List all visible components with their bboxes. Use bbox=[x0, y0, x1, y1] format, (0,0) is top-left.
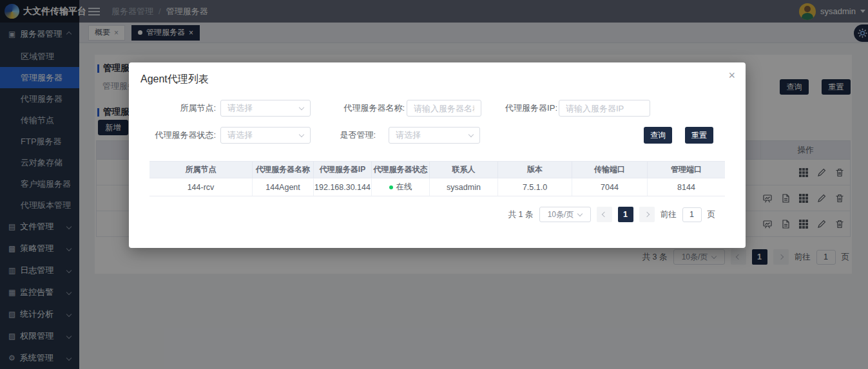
column-header: 代理服务器IP bbox=[314, 162, 372, 178]
managed-select[interactable]: 请选择 bbox=[389, 127, 480, 144]
page-unit: 页 bbox=[708, 209, 716, 220]
node-label: 所属节点: bbox=[129, 100, 216, 117]
column-header: 版本 bbox=[498, 162, 572, 178]
transport-port-cell: 7044 bbox=[572, 178, 648, 196]
server-status-label: 代理服务器状态: bbox=[129, 127, 216, 144]
column-header: 管理端口 bbox=[648, 162, 725, 178]
modal-reset-button[interactable]: 重置 bbox=[685, 127, 713, 144]
chevron-down-icon bbox=[577, 211, 583, 216]
ip-cell: 192.168.30.144 bbox=[314, 178, 372, 196]
goto-label: 前往 bbox=[661, 209, 677, 220]
agent-table: 所属节点 代理服务器名称 代理服务器IP 代理服务器状态 联系人 版本 传输端口… bbox=[149, 161, 725, 196]
column-header: 传输端口 bbox=[572, 162, 648, 178]
goto-page-input[interactable] bbox=[682, 207, 702, 222]
table-row: 144-rcv 144Agent 192.168.30.144 在线 sysad… bbox=[149, 178, 725, 196]
close-icon[interactable]: × bbox=[728, 69, 735, 82]
dialog-title: Agent代理列表 bbox=[140, 73, 209, 86]
node-cell: 144-rcv bbox=[149, 178, 253, 196]
contact-cell: sysadmin bbox=[430, 178, 498, 196]
server-ip-label: 代理服务器IP: bbox=[467, 100, 557, 117]
online-status-dot bbox=[389, 185, 393, 189]
server-ip-input[interactable] bbox=[559, 100, 650, 117]
mgmt-port-cell: 8144 bbox=[648, 178, 725, 196]
version-cell: 7.5.1.0 bbox=[498, 178, 572, 196]
prev-page-button[interactable] bbox=[597, 207, 612, 222]
page-size-select[interactable]: 10条/页 bbox=[539, 207, 591, 222]
next-page-button[interactable] bbox=[639, 207, 655, 222]
status-cell: 在线 bbox=[372, 178, 430, 196]
column-header: 代理服务器名称 bbox=[253, 162, 314, 178]
name-cell: 144Agent bbox=[253, 178, 314, 196]
chevron-down-icon bbox=[299, 132, 304, 137]
table-header-row: 所属节点 代理服务器名称 代理服务器IP 代理服务器状态 联系人 版本 传输端口… bbox=[149, 161, 725, 178]
chevron-down-icon bbox=[468, 132, 474, 137]
page-number-button[interactable]: 1 bbox=[618, 207, 633, 222]
column-header: 所属节点 bbox=[149, 162, 253, 178]
app-screen: 大文件传输平台 服务器管理 / 管理服务器 sysadmin ▣ 服务器管理 区… bbox=[0, 0, 868, 369]
server-name-label: 代理服务器名称: bbox=[296, 100, 405, 117]
modal-pagination: 共 1 条 10条/页 1 前往 页 bbox=[508, 207, 715, 222]
total-count: 共 1 条 bbox=[508, 209, 534, 220]
agent-list-dialog: Agent代理列表 × 所属节点: 请选择 代理服务器名称: 代理服务器IP: … bbox=[129, 62, 746, 248]
column-header: 代理服务器状态 bbox=[372, 162, 430, 178]
modal-query-button[interactable]: 查询 bbox=[644, 127, 672, 144]
column-header: 联系人 bbox=[430, 162, 498, 178]
server-status-select[interactable]: 请选择 bbox=[220, 127, 311, 144]
managed-label: 是否管理: bbox=[311, 127, 376, 144]
